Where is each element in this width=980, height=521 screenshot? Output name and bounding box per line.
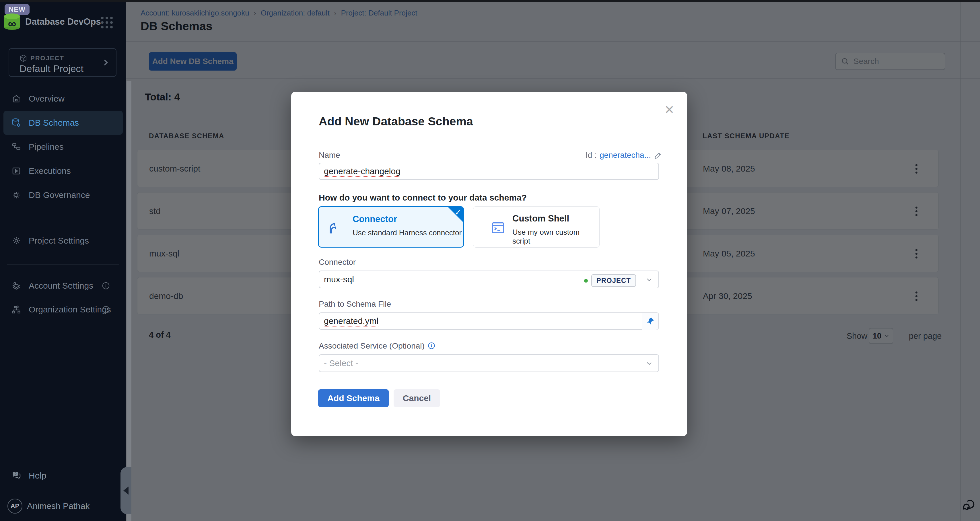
- sidebar-item-db-governance[interactable]: DB Governance: [3, 183, 123, 207]
- sidebar-item-db-schemas[interactable]: DB Schemas: [3, 111, 123, 135]
- close-icon[interactable]: ✕: [664, 104, 675, 116]
- name-input[interactable]: generate-changelog: [319, 163, 659, 180]
- connector-value: mux-sql: [324, 274, 354, 284]
- name-label: Name: [319, 151, 340, 160]
- terminal-icon: [491, 220, 506, 235]
- add-schema-modal: ✕ Add New Database Schema Name Id : gene…: [291, 92, 687, 436]
- sidebar-item-help[interactable]: ? Help: [3, 464, 113, 488]
- connector-label: Connector: [319, 258, 356, 267]
- chevron-right-icon: [101, 58, 110, 67]
- sidebar-scrollbar[interactable]: [127, 81, 131, 521]
- db-schema-icon: [11, 118, 21, 127]
- sidebar-item-label: Organization Settings: [29, 305, 111, 314]
- sidebar-item-project-settings[interactable]: Project Settings: [3, 229, 123, 253]
- project-selector[interactable]: PROJECT Default Project: [9, 48, 116, 77]
- connector-scope: PROJECT: [584, 274, 636, 287]
- scope-badge: PROJECT: [591, 274, 636, 287]
- sidebar-item-label: Executions: [29, 166, 71, 176]
- modal-title: Add New Database Schema: [319, 115, 473, 128]
- path-label: Path to Schema File: [319, 300, 391, 309]
- avatar: AP: [8, 499, 22, 513]
- service-value: - Select -: [324, 358, 358, 368]
- id-label: Id :: [585, 151, 597, 160]
- option-card-custom-shell[interactable]: Custom Shell Use my own custom script: [473, 206, 600, 248]
- layers-gear-icon: [11, 281, 21, 291]
- info-icon: [102, 282, 110, 290]
- sidebar-item-label: Overview: [29, 94, 65, 104]
- user-name: Animesh Pathak: [27, 501, 89, 511]
- database-devops-logo[interactable]: ∞: [3, 13, 21, 30]
- sidebar-item-label: Pipelines: [29, 142, 64, 152]
- pipelines-icon: [11, 142, 21, 152]
- info-icon: [102, 305, 110, 314]
- gear-icon: [11, 236, 21, 245]
- cancel-button[interactable]: Cancel: [394, 389, 440, 407]
- chevron-down-icon: [645, 360, 653, 368]
- sidebar-item-label: Account Settings: [29, 281, 93, 291]
- connect-question: How do you want to connect to your data …: [319, 193, 527, 202]
- project-selector-value: Default Project: [19, 63, 83, 74]
- sidebar-collapse-handle[interactable]: [121, 467, 131, 514]
- governance-icon: [11, 190, 21, 200]
- sidebar-item-pipelines[interactable]: Pipelines: [3, 135, 123, 159]
- sidebar-item-organization-settings[interactable]: Organization Settings: [3, 298, 123, 322]
- sidebar: NEW ∞ Database DevOps PROJECT Default Pr…: [0, 0, 126, 521]
- sidebar-item-label: Project Settings: [29, 236, 89, 245]
- sidebar-divider: [7, 264, 119, 264]
- chevron-down-icon: [645, 276, 653, 284]
- sidebar-item-account-settings[interactable]: Account Settings: [3, 274, 123, 298]
- sidebar-item-label: Help: [29, 471, 46, 481]
- infinity-glyph: ∞: [3, 17, 21, 30]
- project-selector-label: PROJECT: [30, 54, 64, 62]
- status-dot: [584, 279, 588, 283]
- id-value-link[interactable]: generatecha...: [600, 151, 651, 160]
- option-title: Custom Shell: [512, 213, 569, 224]
- name-input-value: generate-changelog: [324, 166, 401, 176]
- path-input[interactable]: generated.yml: [319, 312, 659, 330]
- add-schema-button[interactable]: Add Schema: [318, 389, 389, 407]
- id-row: Id : generatecha...: [585, 151, 662, 160]
- sidebar-item-overview[interactable]: Overview: [3, 87, 123, 111]
- service-select[interactable]: - Select -: [319, 354, 659, 372]
- check-icon: ✓: [455, 208, 461, 217]
- cube-icon: [19, 54, 27, 62]
- sidebar-item-label: DB Schemas: [29, 118, 79, 127]
- path-input-value: generated.yml: [324, 316, 379, 326]
- module-grid-icon[interactable]: [101, 17, 113, 29]
- home-icon: [11, 94, 21, 104]
- connector-arrows-icon: [326, 220, 341, 235]
- svg-text:?: ?: [14, 472, 17, 476]
- option-subtitle: Use standard Harness connector: [353, 228, 461, 237]
- edit-pencil-icon[interactable]: [654, 151, 662, 159]
- option-title: Connector: [353, 214, 397, 225]
- product-name: Database DevOps: [25, 17, 101, 27]
- org-chart-gear-icon: [11, 305, 21, 314]
- window-top-strip: [0, 0, 980, 2]
- option-subtitle: Use my own custom script: [512, 228, 599, 245]
- info-icon[interactable]: [428, 342, 436, 350]
- executions-icon: [11, 166, 21, 176]
- sidebar-item-executions[interactable]: Executions: [3, 159, 123, 183]
- help-chat-icon: ?: [11, 470, 22, 481]
- sidebar-item-label: DB Governance: [29, 190, 90, 200]
- service-label: Associated Service (Optional): [319, 341, 436, 351]
- pin-icon: [646, 317, 655, 326]
- option-card-connector[interactable]: ✓ Connector Use standard Harness connect…: [318, 206, 464, 248]
- collapse-arrow-icon: [123, 487, 129, 495]
- user-profile[interactable]: AP Animesh Pathak: [0, 495, 126, 518]
- screen: Account: kurosakiichigo.songoku›Organiza…: [0, 0, 980, 521]
- connector-select[interactable]: mux-sql PROJECT: [319, 271, 659, 288]
- pin-zone[interactable]: [642, 313, 659, 330]
